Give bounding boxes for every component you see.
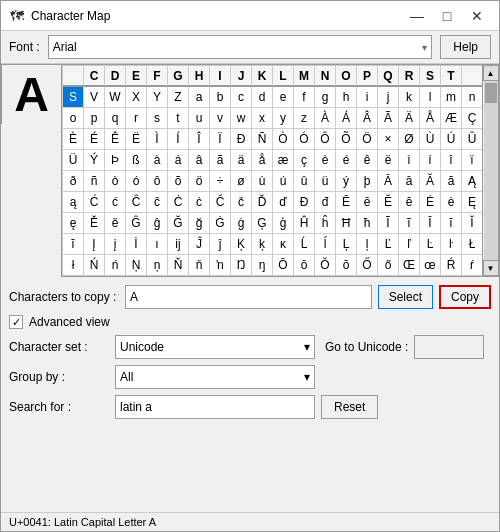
- char-cell[interactable]: ĭ: [63, 234, 84, 255]
- char-cell[interactable]: Ă: [420, 171, 441, 192]
- char-cell[interactable]: Ņ: [126, 255, 147, 276]
- copy-button[interactable]: Copy: [439, 285, 491, 309]
- char-cell[interactable]: p: [84, 108, 105, 129]
- char-cell[interactable]: į: [105, 234, 126, 255]
- char-cell[interactable]: ú: [273, 171, 294, 192]
- char-cell[interactable]: ł: [63, 255, 84, 276]
- char-cell[interactable]: ö: [189, 171, 210, 192]
- char-cell[interactable]: ñ: [84, 171, 105, 192]
- char-cell[interactable]: đ: [315, 192, 336, 213]
- char-cell[interactable]: İ: [126, 234, 147, 255]
- char-cell[interactable]: t: [168, 108, 189, 129]
- char-cell[interactable]: ę: [63, 213, 84, 234]
- char-cell[interactable]: o: [63, 108, 84, 129]
- char-cell[interactable]: Õ: [336, 129, 357, 150]
- char-cell[interactable]: Ñ: [252, 129, 273, 150]
- char-cell[interactable]: Î: [189, 129, 210, 150]
- char-cell[interactable]: ő: [378, 255, 399, 276]
- char-cell[interactable]: ĥ: [315, 213, 336, 234]
- char-cell[interactable]: Þ: [105, 150, 126, 171]
- char-cell[interactable]: Ń: [84, 255, 105, 276]
- char-cell[interactable]: ð: [63, 171, 84, 192]
- char-cell[interactable]: ô: [147, 171, 168, 192]
- char-cell[interactable]: y: [273, 108, 294, 129]
- char-cell[interactable]: ĵ: [210, 234, 231, 255]
- char-cell[interactable]: ĳ: [168, 234, 189, 255]
- scrollbar[interactable]: ▲ ▼: [483, 64, 499, 277]
- char-cell[interactable]: â: [189, 150, 210, 171]
- char-cell[interactable]: l: [420, 87, 441, 108]
- scroll-down-button[interactable]: ▼: [483, 260, 499, 276]
- char-cell[interactable]: ī: [441, 213, 462, 234]
- char-cell[interactable]: ň: [189, 255, 210, 276]
- char-cell[interactable]: È: [63, 129, 84, 150]
- char-cell[interactable]: Y: [147, 87, 168, 108]
- char-cell[interactable]: ŕ: [462, 255, 483, 276]
- char-cell[interactable]: õ: [168, 171, 189, 192]
- char-cell[interactable]: ħ: [357, 213, 378, 234]
- char-cell[interactable]: Ú: [441, 129, 462, 150]
- char-cell[interactable]: ï: [462, 150, 483, 171]
- char-cell[interactable]: è: [315, 150, 336, 171]
- char-cell[interactable]: Ç: [462, 108, 483, 129]
- char-cell[interactable]: û: [294, 171, 315, 192]
- char-cell[interactable]: Ļ: [336, 234, 357, 255]
- copy-input[interactable]: [125, 285, 372, 309]
- char-cell[interactable]: g: [315, 87, 336, 108]
- char-cell[interactable]: x: [252, 108, 273, 129]
- char-cell[interactable]: Ċ: [168, 192, 189, 213]
- char-cell[interactable]: ą: [63, 192, 84, 213]
- char-cell[interactable]: S: [63, 87, 84, 108]
- char-cell[interactable]: æ: [273, 150, 294, 171]
- char-cell[interactable]: Į: [84, 234, 105, 255]
- char-cell[interactable]: ò: [105, 171, 126, 192]
- char-cell[interactable]: Ī: [420, 213, 441, 234]
- char-cell[interactable]: ÷: [210, 171, 231, 192]
- char-cell[interactable]: n: [462, 87, 483, 108]
- char-cell[interactable]: Ě: [84, 213, 105, 234]
- char-cell[interactable]: ē: [357, 192, 378, 213]
- char-cell[interactable]: ō: [294, 255, 315, 276]
- char-cell[interactable]: ó: [126, 171, 147, 192]
- char-cell[interactable]: ĕ: [399, 192, 420, 213]
- char-cell[interactable]: Ő: [357, 255, 378, 276]
- char-cell[interactable]: Ĺ: [294, 234, 315, 255]
- char-cell[interactable]: V: [84, 87, 105, 108]
- char-cell[interactable]: ņ: [147, 255, 168, 276]
- char-cell[interactable]: Ô: [315, 129, 336, 150]
- select-button[interactable]: Select: [378, 285, 433, 309]
- help-button[interactable]: Help: [440, 35, 491, 59]
- char-cell[interactable]: ľ: [399, 234, 420, 255]
- char-cell[interactable]: Ã: [378, 108, 399, 129]
- advanced-checkbox[interactable]: ✓: [9, 315, 23, 329]
- char-cell[interactable]: r: [126, 108, 147, 129]
- char-cell[interactable]: Ĵ: [189, 234, 210, 255]
- char-cell[interactable]: Ä: [399, 108, 420, 129]
- char-cell[interactable]: Ğ: [168, 213, 189, 234]
- search-input[interactable]: [115, 395, 315, 419]
- char-cell[interactable]: ĝ: [147, 213, 168, 234]
- char-cell[interactable]: Ģ: [252, 213, 273, 234]
- char-cell[interactable]: ĺ: [315, 234, 336, 255]
- char-cell[interactable]: Û: [462, 129, 483, 150]
- char-cell[interactable]: Ē: [336, 192, 357, 213]
- char-cell[interactable]: Ð: [231, 129, 252, 150]
- char-cell[interactable]: W: [105, 87, 126, 108]
- char-cell[interactable]: Ë: [126, 129, 147, 150]
- char-cell[interactable]: Ĥ: [294, 213, 315, 234]
- char-cell[interactable]: ĉ: [147, 192, 168, 213]
- char-cell[interactable]: Ā: [378, 171, 399, 192]
- char-cell[interactable]: Ü: [63, 150, 84, 171]
- char-cell[interactable]: é: [336, 150, 357, 171]
- char-cell[interactable]: z: [294, 108, 315, 129]
- reset-button[interactable]: Reset: [321, 395, 378, 419]
- char-cell[interactable]: ā: [399, 171, 420, 192]
- char-cell[interactable]: Ķ: [231, 234, 252, 255]
- charset-dropdown[interactable]: Unicode ▾: [115, 335, 315, 359]
- char-cell[interactable]: Ø: [399, 129, 420, 150]
- char-cell[interactable]: Ć: [84, 192, 105, 213]
- char-cell[interactable]: Œ: [399, 255, 420, 276]
- char-cell[interactable]: à: [147, 150, 168, 171]
- char-cell[interactable]: Ň: [168, 255, 189, 276]
- char-cell[interactable]: ŋ: [252, 255, 273, 276]
